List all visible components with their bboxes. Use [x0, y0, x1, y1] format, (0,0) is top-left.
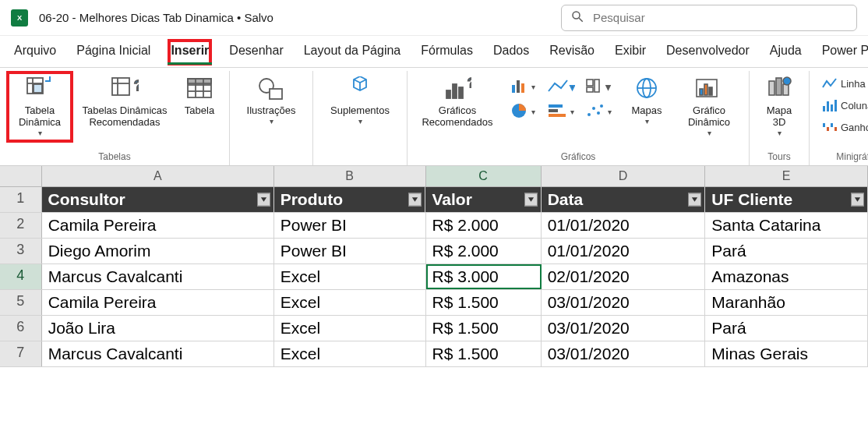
- svg-rect-24: [453, 84, 457, 98]
- th-data[interactable]: Data: [542, 187, 706, 212]
- cell[interactable]: Excel: [274, 316, 426, 341]
- pivot-chart-button[interactable]: Gráfico Dinâmico ▾: [677, 72, 741, 141]
- filter-dropdown-icon[interactable]: [851, 193, 864, 207]
- cell[interactable]: 03/01/2020: [542, 341, 706, 366]
- tab-desenvolvedor[interactable]: Desenvolvedor: [665, 41, 751, 64]
- excel-icon: X: [13, 12, 26, 24]
- sparkline-winloss-label: Ganhos/Perd: [841, 122, 868, 133]
- filter-dropdown-icon[interactable]: [257, 193, 270, 207]
- select-all-corner[interactable]: [0, 166, 42, 186]
- recommended-pivot-button[interactable]: ? Tabelas Dinâmicas Recomendadas: [79, 72, 170, 141]
- cell[interactable]: Santa Catarina: [705, 213, 868, 238]
- col-b[interactable]: B: [274, 166, 426, 186]
- tab-exibir[interactable]: Exibir: [613, 41, 647, 64]
- svg-point-42: [587, 113, 591, 116]
- chart-type-icons: ▾ ▾ ▾ ▾ ▾ ▾: [507, 72, 616, 124]
- illustrations-label: Ilustrações: [247, 105, 296, 117]
- sparkline-column-button[interactable]: Coluna: [819, 96, 868, 115]
- filter-dropdown-icon[interactable]: [524, 193, 538, 207]
- cell[interactable]: Minas Gerais: [705, 341, 868, 366]
- cell[interactable]: Excel: [274, 290, 426, 315]
- col-c[interactable]: C: [426, 166, 542, 186]
- scatter-chart-icon[interactable]: ▾: [582, 101, 615, 121]
- cell[interactable]: Excel: [274, 341, 426, 366]
- row-header[interactable]: 2: [0, 213, 42, 238]
- filter-dropdown-icon[interactable]: [408, 193, 422, 207]
- svg-rect-17: [188, 79, 211, 83]
- group-suplementos: Suplementos ▾: [313, 71, 408, 165]
- tab-ajuda[interactable]: Ajuda: [768, 41, 803, 64]
- sparkline-winloss-button[interactable]: Ganhos/Perd: [819, 118, 868, 136]
- row-header[interactable]: 3: [0, 239, 42, 263]
- tab-layout[interactable]: Layout da Página: [302, 41, 403, 64]
- group-label-graficos: Gráficos: [561, 151, 596, 162]
- bar-chart-icon[interactable]: ▾: [545, 101, 577, 121]
- tab-inserir[interactable]: Inserir: [169, 41, 210, 64]
- map-3d-button[interactable]: Mapa 3D ▾: [757, 72, 801, 141]
- selected-cell[interactable]: R$ 3.000: [426, 264, 542, 289]
- row-header[interactable]: 4: [0, 264, 42, 289]
- group-label-tabelas: Tabelas: [98, 151, 130, 162]
- pie-chart-icon[interactable]: ▾: [507, 101, 540, 121]
- cell[interactable]: 01/01/2020: [542, 213, 706, 238]
- column-chart-icon[interactable]: ▾: [507, 76, 540, 96]
- cell[interactable]: Diego Amorim: [42, 239, 274, 263]
- addins-button[interactable]: Suplementos ▾: [321, 72, 399, 141]
- cell[interactable]: 02/01/2020: [542, 264, 706, 289]
- svg-text:▾: ▾: [531, 83, 535, 91]
- cell[interactable]: Marcus Cavalcanti: [42, 264, 274, 289]
- cell[interactable]: Power BI: [274, 213, 426, 238]
- tab-dados[interactable]: Dados: [492, 41, 531, 64]
- col-e[interactable]: E: [705, 166, 868, 186]
- cell[interactable]: Excel: [274, 264, 426, 289]
- tab-power-pivot[interactable]: Power Piv: [820, 41, 868, 64]
- cell[interactable]: Pará: [705, 239, 868, 263]
- sparkline-line-button[interactable]: Linha: [819, 74, 868, 93]
- line-chart-icon[interactable]: ▾: [545, 76, 577, 96]
- svg-text:▾: ▾: [608, 108, 612, 116]
- table-row: 7 Marcus Cavalcanti Excel R$ 1.500 03/01…: [0, 341, 868, 367]
- tab-revisao[interactable]: Revisão: [548, 41, 596, 64]
- pivot-chart-icon: [695, 76, 723, 102]
- cell[interactable]: 03/01/2020: [542, 290, 706, 315]
- svg-rect-64: [831, 123, 833, 127]
- th-valor[interactable]: Valor: [425, 187, 541, 212]
- col-a[interactable]: A: [42, 166, 274, 186]
- cell[interactable]: Pará: [705, 316, 868, 341]
- search-input[interactable]: [561, 5, 857, 31]
- row-header[interactable]: 7: [0, 341, 42, 366]
- cell[interactable]: Marcus Cavalcanti: [42, 341, 274, 366]
- cell[interactable]: Camila Pereira: [42, 290, 274, 315]
- cell[interactable]: R$ 1.500: [426, 341, 542, 366]
- th-uf[interactable]: UF Cliente: [705, 187, 868, 212]
- row-header[interactable]: 6: [0, 316, 42, 341]
- recommended-charts-button[interactable]: ? Gráficos Recomendados: [415, 72, 499, 141]
- filter-dropdown-icon[interactable]: [688, 193, 701, 207]
- cell[interactable]: Camila Pereira: [42, 213, 274, 238]
- row-header[interactable]: 5: [0, 290, 42, 315]
- col-d[interactable]: D: [542, 166, 706, 186]
- tab-desenhar[interactable]: Desenhar: [228, 41, 284, 64]
- cell[interactable]: R$ 2.000: [426, 239, 542, 263]
- cell[interactable]: Amazonas: [705, 264, 868, 289]
- th-produto[interactable]: Produto: [274, 187, 426, 212]
- illustrations-button[interactable]: Ilustrações ▾: [238, 72, 305, 141]
- tab-pagina-inicial[interactable]: Página Inicial: [75, 41, 152, 64]
- cell[interactable]: Maranhão: [705, 290, 868, 315]
- maps-button[interactable]: Mapas ▾: [624, 72, 669, 141]
- cell[interactable]: R$ 1.500: [426, 290, 542, 315]
- cell[interactable]: Power BI: [274, 239, 426, 263]
- tab-arquivo[interactable]: Arquivo: [12, 41, 58, 64]
- cell[interactable]: João Lira: [42, 316, 274, 341]
- cell[interactable]: 01/01/2020: [542, 239, 706, 263]
- pivot-table-button[interactable]: Tabela Dinâmica ▾: [8, 72, 72, 141]
- row-1-header[interactable]: 1: [0, 187, 42, 212]
- table-button[interactable]: Tabela: [178, 72, 221, 141]
- th-consultor[interactable]: Consultor: [42, 187, 274, 212]
- cell[interactable]: R$ 2.000: [426, 213, 542, 238]
- cell[interactable]: R$ 1.500: [426, 316, 542, 341]
- svg-line-20: [354, 80, 360, 83]
- tab-formulas[interactable]: Fórmulas: [419, 41, 475, 64]
- cell[interactable]: 03/01/2020: [542, 316, 706, 341]
- hierarchy-chart-icon[interactable]: ▾: [582, 76, 615, 96]
